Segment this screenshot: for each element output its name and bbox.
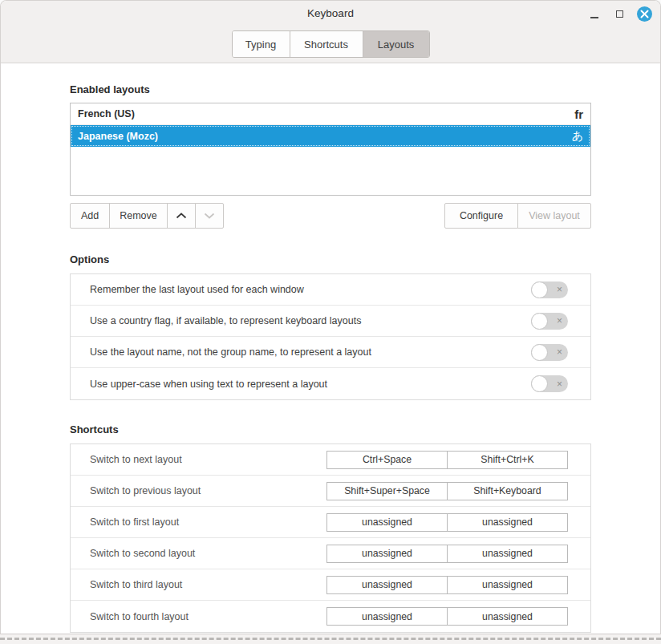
close-icon [640,10,649,18]
close-button[interactable] [637,6,652,22]
layout-name: French (US) [78,108,574,119]
shortcut-label: Switch to second layout [90,548,326,559]
shortcut-row: Switch to fourth layout unassigned unass… [71,601,590,632]
option-row: Use a country flag, if available, to rep… [71,306,590,337]
view-layout-button[interactable]: View layout [517,203,591,229]
toggle-country-flag[interactable]: × [531,313,568,330]
shortcut-label: Switch to third layout [90,579,326,590]
keybinding-button[interactable]: unassigned [447,576,568,594]
shortcut-row: Switch to previous layout Shift+Super+Sp… [71,476,590,507]
keybinding-button[interactable]: Shift+Super+Space [326,482,448,500]
keybinding-button[interactable]: unassigned [326,576,448,594]
option-label: Remember the last layout used for each w… [90,284,531,295]
window-controls [587,1,652,27]
keybinding-button[interactable]: Ctrl+Space [326,451,448,469]
shortcut-row: Switch to first layout unassigned unassi… [71,507,590,538]
tab-typing[interactable]: Typing [233,31,290,57]
shortcut-label: Switch to next layout [90,454,326,465]
shortcuts-heading: Shortcuts [70,400,591,435]
window-header: Keyboard Typing Shortcuts [1,1,660,63]
toggle-remember-last-layout[interactable]: × [531,281,568,298]
keybinding-button[interactable]: unassigned [447,513,568,532]
move-layout-down-button[interactable] [195,203,224,229]
option-label: Use a country flag, if available, to rep… [90,315,531,326]
tab-shortcuts[interactable]: Shortcuts [290,31,363,57]
chevron-up-icon [176,213,187,219]
add-layout-button[interactable]: Add [70,203,110,229]
maximize-icon [616,10,623,18]
minimize-icon [590,17,598,18]
titlebar[interactable]: Keyboard [1,1,660,27]
layout-row-japanese[interactable]: Japanese (Mozc) あ [71,125,590,147]
keybinding-group: Ctrl+Space Shift+Ctrl+K [326,451,568,469]
layouts-page: Enabled layouts French (US) fr Japanese … [1,63,660,633]
layout-name: Japanese (Mozc) [78,131,572,142]
option-row: Remember the last layout used for each w… [71,274,590,306]
keybinding-group: unassigned unassigned [326,545,568,563]
toggle-knob [531,344,548,361]
toggle-layout-name[interactable]: × [531,344,568,361]
keybinding-button[interactable]: unassigned [447,607,568,626]
keybinding-button[interactable]: Shift+Keyboard [447,482,568,500]
option-label: Use upper-case when using text to repres… [90,379,531,390]
toggle-off-x-icon: × [557,347,562,357]
options-box: Remember the last layout used for each w… [70,273,591,400]
configure-button[interactable]: Configure [444,203,518,229]
layout-indicator-ja: あ [572,129,583,144]
desktop-edge-band [0,634,661,644]
dashed-edge-line [0,638,661,640]
toggle-off-x-icon: × [557,285,562,294]
keybinding-button[interactable]: unassigned [326,607,448,626]
tabstrip: Typing Shortcuts Layouts [1,27,660,63]
enabled-layouts-heading: Enabled layouts [70,63,591,95]
window-title: Keyboard [1,7,660,19]
toggle-knob [531,375,548,392]
keybinding-group: unassigned unassigned [326,607,568,626]
shortcut-label: Switch to fourth layout [90,611,326,622]
layout-config-buttons: Configure View layout [444,203,591,229]
enabled-layouts-list: French (US) fr Japanese (Mozc) あ [70,103,591,196]
keyboard-settings-window: Keyboard Typing Shortcuts [0,0,661,634]
layout-edit-buttons: Add Remove [70,203,224,229]
keybinding-group: Shift+Super+Space Shift+Keyboard [326,482,568,500]
options-heading: Options [70,229,591,265]
toggle-knob [531,313,548,330]
toggle-knob [531,281,548,298]
keybinding-group: unassigned unassigned [326,576,568,594]
shortcut-row: Switch to second layout unassigned unass… [71,538,590,569]
move-layout-up-button[interactable] [167,203,196,229]
minimize-button[interactable] [587,7,602,22]
layout-indicator-fr: fr [574,107,583,121]
tab-layouts[interactable]: Layouts [363,31,429,57]
shortcut-row: Switch to next layout Ctrl+Space Shift+C… [71,444,590,476]
shortcut-label: Switch to previous layout [90,485,326,496]
toggle-upper-case[interactable]: × [531,375,568,392]
shortcut-label: Switch to first layout [90,516,326,528]
option-label: Use the layout name, not the group name,… [90,346,531,358]
layout-row-french[interactable]: French (US) fr [71,103,590,125]
maximize-button[interactable] [612,7,627,22]
keybinding-button[interactable]: Shift+Ctrl+K [447,451,568,469]
toggle-off-x-icon: × [557,316,562,326]
keybinding-button[interactable]: unassigned [447,545,568,563]
layout-actions-row: Add Remove Configure View layout [70,203,591,229]
chevron-down-icon [204,213,215,219]
toggle-off-x-icon: × [557,379,562,388]
tab-group: Typing Shortcuts Layouts [232,30,430,58]
keybinding-button[interactable]: unassigned [326,513,448,532]
option-row: Use the layout name, not the group name,… [71,337,590,368]
keybinding-button[interactable]: unassigned [326,545,448,563]
shortcuts-box: Switch to next layout Ctrl+Space Shift+C… [70,444,591,633]
option-row: Use upper-case when using text to repres… [71,368,590,399]
remove-layout-button[interactable]: Remove [109,203,168,229]
keybinding-group: unassigned unassigned [326,513,568,532]
shortcut-row: Switch to third layout unassigned unassi… [71,569,590,601]
